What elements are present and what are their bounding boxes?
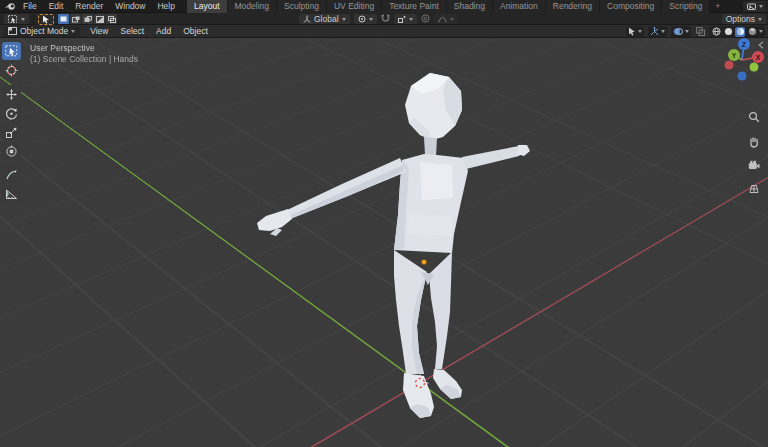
zoom-view-button[interactable] <box>745 108 762 125</box>
object-visibility-dropdown[interactable] <box>626 26 644 37</box>
menu-file[interactable]: File <box>17 1 43 11</box>
overlays-icon <box>673 27 683 36</box>
menu-render[interactable]: Render <box>69 1 109 11</box>
toolbar <box>2 42 22 204</box>
viewport-menu-add[interactable]: Add <box>150 26 177 36</box>
workspace-tab-texture-paint[interactable]: Texture Paint <box>382 0 447 13</box>
pointer-icon <box>628 27 636 36</box>
gizmos-toggle[interactable] <box>648 26 667 37</box>
move-icon <box>5 88 18 101</box>
falloff-dropdown[interactable] <box>434 14 458 24</box>
workspace-tab-layout[interactable]: Layout <box>187 0 228 13</box>
falloff-curve-icon <box>438 16 447 23</box>
camera-view-button[interactable] <box>745 157 762 174</box>
tool-annotate[interactable] <box>2 166 21 184</box>
select-mode-subtract[interactable] <box>82 14 93 24</box>
magnifier-icon <box>748 111 760 123</box>
tool-cursor[interactable] <box>2 61 21 79</box>
select-mode-invert[interactable] <box>94 14 105 24</box>
cursor-3d-icon <box>5 64 18 77</box>
shading-rendered-button[interactable] <box>747 27 757 37</box>
xray-icon <box>696 27 705 36</box>
shading-wireframe-button[interactable] <box>711 27 721 37</box>
transform-icon <box>5 145 18 158</box>
viewport-menu-select[interactable]: Select <box>114 26 150 36</box>
add-workspace-tab[interactable]: + <box>710 0 725 13</box>
cursor-3d <box>0 38 768 447</box>
gizmo-neg-x-ball[interactable] <box>725 61 734 70</box>
view-name: User Perspective <box>30 43 138 54</box>
workspace-tab-scripting[interactable]: Scripting <box>662 0 710 13</box>
tool-scale[interactable] <box>2 123 21 141</box>
menu-window[interactable]: Window <box>109 1 151 11</box>
camera-icon <box>748 160 760 171</box>
blender-window: FileEditRenderWindowHelp LayoutModelingS… <box>0 0 768 447</box>
xray-toggle[interactable] <box>695 27 705 37</box>
menu-edit[interactable]: Edit <box>43 1 70 11</box>
select-mode-set[interactable] <box>58 14 69 24</box>
topbar: FileEditRenderWindowHelp LayoutModelingS… <box>0 0 768 13</box>
chevron-down-icon <box>759 30 763 33</box>
shading-material-button[interactable] <box>735 27 745 37</box>
gizmo-neg-z-ball[interactable] <box>738 72 747 81</box>
viewport-menu-view[interactable]: View <box>84 26 114 36</box>
tool-rotate[interactable] <box>2 104 21 122</box>
menu-help[interactable]: Help <box>151 1 180 11</box>
workspace-tab-shading[interactable]: Shading <box>447 0 493 13</box>
chevron-down-icon <box>759 5 763 8</box>
select-mode-extend[interactable] <box>70 14 81 24</box>
viewport-menu-object[interactable]: Object <box>177 26 214 36</box>
viewport-header: Object Mode ViewSelectAddObject <box>0 25 768 38</box>
select-mode-buttons <box>58 14 117 24</box>
workspace-tab-uv-editing[interactable]: UV Editing <box>327 0 382 13</box>
gizmo-y-label: Y <box>732 52 737 59</box>
blender-logo-icon[interactable] <box>3 1 17 12</box>
workspace-tab-rendering[interactable]: Rendering <box>546 0 600 13</box>
pan-view-button[interactable] <box>745 133 762 150</box>
snap-target-dropdown[interactable] <box>394 14 417 24</box>
measure-icon <box>5 188 18 200</box>
chevron-down-icon <box>685 30 689 33</box>
hand-icon <box>748 136 760 148</box>
transform-orientation-dropdown[interactable]: Global <box>299 14 350 24</box>
snap-increment-icon <box>398 15 406 23</box>
proportional-edit-toggle[interactable] <box>421 14 430 25</box>
gizmo-x-label: X <box>756 54 761 61</box>
workspace-tab-compositing[interactable]: Compositing <box>600 0 662 13</box>
chevron-down-icon <box>342 18 346 21</box>
orientation-axes-icon <box>303 15 311 23</box>
select-box-icon <box>5 45 18 57</box>
gizmo-icon <box>650 27 659 36</box>
perspective-toggle-button[interactable] <box>745 180 762 197</box>
shading-solid-button[interactable] <box>723 27 733 37</box>
workspace-tab-sculpting[interactable]: Sculpting <box>277 0 327 13</box>
overlays-toggle[interactable] <box>671 26 691 37</box>
scene-selector[interactable]: Scene <box>743 1 768 12</box>
scene-icon <box>747 3 756 11</box>
workspace-tab-modeling[interactable]: Modeling <box>228 0 278 13</box>
mode-dropdown[interactable]: Object Mode <box>3 26 80 37</box>
object-mode-icon <box>8 27 17 35</box>
chevron-down-icon <box>450 18 454 21</box>
select-mode-intersect[interactable] <box>106 14 117 24</box>
workspace-tab-animation[interactable]: Animation <box>493 0 546 13</box>
rotate-icon <box>5 107 18 120</box>
shading-mode-buttons <box>709 26 765 37</box>
chevron-down-icon <box>71 30 75 33</box>
tool-measure[interactable] <box>2 185 21 203</box>
sidebar-toggle[interactable] <box>757 40 765 50</box>
active-collection: (1) Scene Collection | Hands <box>30 54 138 65</box>
pivot-point-dropdown[interactable] <box>354 14 377 24</box>
tool-move[interactable] <box>2 85 21 103</box>
viewport-3d[interactable]: User Perspective (1) Scene Collection | … <box>0 38 768 447</box>
snap-toggle[interactable] <box>381 14 390 25</box>
pivot-icon <box>358 15 366 23</box>
annotate-pen-icon <box>5 169 18 181</box>
material-sphere-icon <box>736 27 745 36</box>
tool-select-box[interactable] <box>2 42 21 60</box>
active-tool-dropdown[interactable] <box>4 14 29 24</box>
tool-transform[interactable] <box>2 142 21 160</box>
active-tool-button[interactable] <box>38 14 54 25</box>
options-dropdown[interactable]: Options <box>722 14 766 24</box>
gizmo-neg-y-ball[interactable] <box>750 63 759 72</box>
